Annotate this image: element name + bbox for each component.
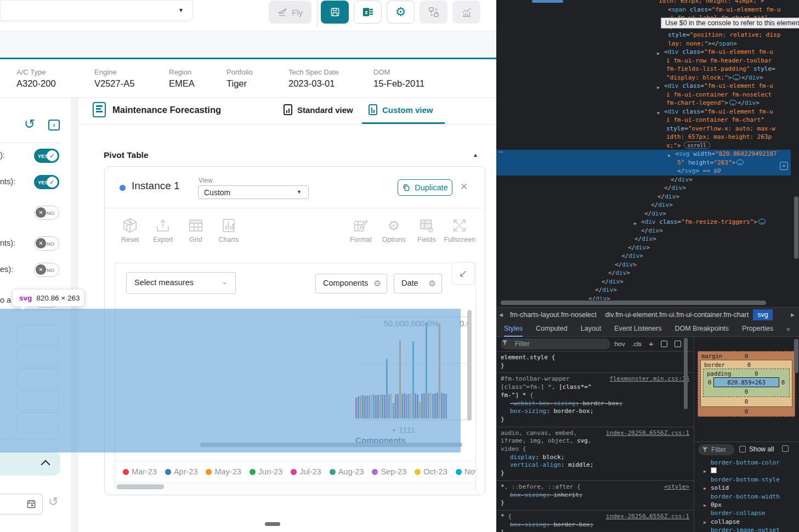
tab-standard-view[interactable]: Standard view <box>284 104 353 115</box>
elements-tree-node[interactable]: "display: block;">…</div> <box>496 73 791 82</box>
legend-item[interactable]: Aug-23 <box>330 467 364 476</box>
toggle-yes[interactable]: YES✓ <box>34 149 59 163</box>
toolbar-button-options[interactable]: ⚙Options <box>378 217 409 244</box>
devtools-tab-computed[interactable]: Computed <box>536 321 568 337</box>
collapse-section-panel[interactable] <box>0 451 60 476</box>
elements-tree-node[interactable]: </div> <box>496 227 791 235</box>
view-select[interactable]: Custom ▼ <box>198 185 309 199</box>
overflow-tabs-icon[interactable]: » <box>786 325 789 333</box>
stylesheet-link[interactable]: index-20250…6556Z.css:1 <box>606 429 689 438</box>
elements-tree-node[interactable]: <span class="fm-ui-element fm-u <box>496 5 791 14</box>
css-declaration[interactable]: vertical-align: middle; <box>501 461 689 469</box>
devtools-tab-styles[interactable]: Styles <box>504 321 523 337</box>
css-declaration[interactable]: display: block; <box>501 454 689 462</box>
excel-export-button[interactable]: x <box>354 1 382 24</box>
expand-ellipsis-icon[interactable]: … <box>733 75 740 80</box>
elements-tree-node[interactable]: </div> <box>496 286 791 295</box>
devtools-tab-event-listeners[interactable]: Event Listeners <box>614 321 661 337</box>
rendering-icon[interactable] <box>661 341 667 347</box>
toolbar-button-charts[interactable]: Charts <box>213 217 244 244</box>
computed-scrollbar[interactable] <box>794 339 798 373</box>
select-measures-dropdown[interactable]: Select measures ⌄ <box>126 272 236 294</box>
elements-horizontal-scrollbar[interactable] <box>501 301 766 305</box>
devtools-tab-layout[interactable]: Layout <box>581 321 602 337</box>
toggle-no[interactable]: NO✕ <box>34 236 59 251</box>
drag-handle[interactable] <box>265 522 280 526</box>
elements-tree-node[interactable]: ▼<div class="fm-ui-element fm-u <box>496 107 791 116</box>
elements-tree-node[interactable]: ▶<div class="fm-ui-element fm-u <box>496 82 791 90</box>
breadcrumb-item[interactable]: fm-charts-layout.fm-noselect <box>506 309 601 320</box>
stylesheet-link[interactable]: <style> <box>664 483 689 491</box>
elements-tree-node[interactable]: 5" height="263">… <box>496 159 791 167</box>
expand-ellipsis-icon[interactable]: … <box>758 219 766 224</box>
scroll-badge[interactable]: scroll <box>684 142 710 149</box>
breadcrumb-right-arrow-icon[interactable]: ▶ <box>788 312 799 318</box>
date-field-button[interactable]: Date⚙ <box>394 274 442 293</box>
show-all-checkbox[interactable]: Show all <box>739 445 774 453</box>
sync-button[interactable] <box>420 1 447 24</box>
toolbar-button-fullscreen[interactable]: Fullscreen <box>444 217 475 244</box>
legend-item[interactable]: Sep-23 <box>372 467 406 476</box>
elements-tree-node[interactable]: </div> <box>496 278 791 286</box>
elements-tree-node[interactable]: </div> <box>496 193 791 201</box>
pseudo-state-button[interactable]: :hov <box>613 341 625 347</box>
styles-filter-input[interactable]: Filter <box>501 338 610 349</box>
elements-tree-node[interactable]: ▶<div class="fm-resize-triggers">… <box>496 218 791 227</box>
elements-tree-node[interactable]: </div> <box>496 269 791 278</box>
legend-item[interactable]: Jun-23 <box>250 467 282 476</box>
new-rule-button[interactable]: + <box>649 339 654 348</box>
disclosure-closed-icon[interactable]: ▶ <box>704 467 706 476</box>
close-icon[interactable]: ✕ <box>460 181 468 193</box>
elements-tree-node[interactable]: fm-fields-list-padding" style= <box>496 65 791 73</box>
elements-tree-node[interactable]: idth: 657px; max-height: 263p <box>496 133 791 142</box>
fly-button[interactable]: Fly <box>269 1 311 24</box>
elements-tree-node[interactable]: </div> <box>496 244 791 252</box>
computed-property[interactable]: border-collapse▶collapse <box>694 509 799 526</box>
devtools-tab-dom-breakpoints[interactable]: DOM Breakpoints <box>675 321 729 337</box>
header-dropdown[interactable]: ▼ <box>0 0 193 21</box>
elements-vertical-scrollbar[interactable] <box>794 196 798 259</box>
elements-tree-node[interactable]: style="position: relative; disp <box>496 31 791 39</box>
class-toggle-button[interactable]: .cls <box>632 341 642 347</box>
disclosure-closed-icon[interactable]: ▶ <box>704 484 706 493</box>
elements-tree-node[interactable]: lay: none;"></span> <box>496 39 791 48</box>
styles-scrollbar[interactable] <box>684 338 688 409</box>
toolbar-button-export[interactable]: Export <box>148 217 178 244</box>
devtools-tab-properties[interactable]: Properties <box>742 321 773 337</box>
elements-tree-node[interactable]: i fm-ui-container fm-noselect <box>496 90 791 99</box>
elements-tree-node[interactable]: style="overflow-x: auto; max-w <box>496 124 791 133</box>
elements-tree-node[interactable]: </div> <box>496 261 791 269</box>
toggle-yes[interactable]: YES✓ <box>34 175 59 189</box>
elements-tree-node[interactable]: </div> <box>496 210 791 218</box>
toggle-no[interactable]: NO✕ <box>34 263 59 277</box>
toolbar-button-grid[interactable]: Grid <box>180 217 211 244</box>
reset-date-icon[interactable]: ↺ <box>48 496 58 508</box>
elements-tree-node[interactable]: </svg> == $0 <box>496 167 791 176</box>
legend-item[interactable]: Nov-23 <box>456 467 475 476</box>
legend-scrollbar-thumb[interactable] <box>117 484 164 489</box>
elements-tree-node[interactable]: </div> <box>496 201 791 210</box>
expand-ellipsis-icon[interactable]: … <box>736 160 744 165</box>
elements-tree-node[interactable]: ▶<div class="fm-ui-element fm-u <box>496 48 791 56</box>
disclosure-closed-icon[interactable]: ▶ <box>704 501 706 510</box>
legend-scrollbar[interactable] <box>115 482 475 490</box>
breadcrumb-item[interactable]: div.fm-ui-element.fm-ui.fm-ui-container.… <box>601 309 753 320</box>
legend-item[interactable]: Mar-23 <box>123 467 157 476</box>
css-declaration[interactable]: box-sizing: inherit; <box>501 491 689 500</box>
elements-tree-node[interactable]: </div> <box>496 235 791 244</box>
expand-ellipsis-icon[interactable]: … <box>729 100 736 105</box>
css-declaration[interactable]: box-sizing: border-box; <box>501 521 689 529</box>
group-checkbox[interactable] <box>782 445 789 452</box>
stylesheet-link[interactable]: flexmonster.min.css:16 <box>609 375 689 383</box>
computed-property[interactable]: border-bottom-color▶ <box>694 459 799 476</box>
computed-property[interactable]: border-bottom-style▶solid <box>694 476 799 493</box>
tab-custom-view[interactable]: Custom view <box>369 104 433 115</box>
duplicate-button[interactable]: Duplicate <box>398 179 452 196</box>
elements-tree-node[interactable]: </div> <box>496 295 791 301</box>
components-field-button[interactable]: Components⚙ <box>315 274 387 293</box>
css-declaration[interactable]: -webkit-box-sizing: border-box; <box>501 400 689 408</box>
elements-tree-node[interactable]: </div> <box>496 252 791 261</box>
copy-element-icon[interactable]: + <box>780 162 788 170</box>
toggle-no[interactable]: NO✕ <box>34 206 59 220</box>
legend-item[interactable]: May-23 <box>206 467 241 476</box>
